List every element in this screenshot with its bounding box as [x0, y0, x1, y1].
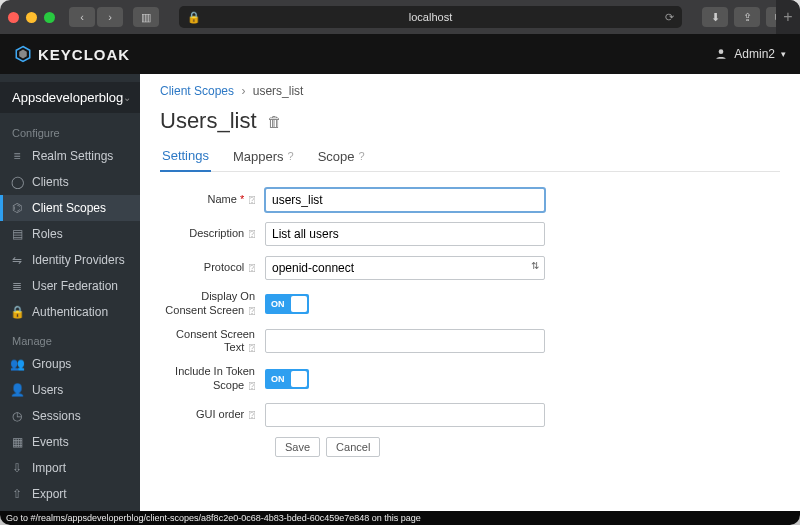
label-gui-order: GUI order — [196, 408, 244, 420]
lock-icon: 🔒 — [10, 305, 24, 319]
clock-icon: ◷ — [10, 409, 24, 423]
sidebar-item-export[interactable]: ⇧Export — [0, 481, 140, 507]
breadcrumb-parent[interactable]: Client Scopes — [160, 84, 234, 98]
protocol-select[interactable] — [265, 256, 545, 280]
delete-icon[interactable]: 🗑 — [267, 113, 282, 130]
database-icon: ≣ — [10, 279, 24, 293]
help-icon[interactable]: ⍰ — [246, 228, 255, 239]
user-name: Admin2 — [734, 47, 775, 61]
sidebar-item-events[interactable]: ▦Events — [0, 429, 140, 455]
help-icon[interactable]: ⍰ — [246, 305, 255, 316]
sidebar-item-identity-providers[interactable]: ⇋Identity Providers — [0, 247, 140, 273]
download-button[interactable]: ⬇ — [702, 7, 728, 27]
consent-text-input[interactable] — [265, 329, 545, 353]
tab-settings[interactable]: Settings — [160, 142, 211, 172]
share-button[interactable]: ⇪ — [734, 7, 760, 27]
keycloak-hex-icon — [14, 45, 32, 63]
lock-icon: 🔒 — [187, 11, 201, 24]
url-host: localhost — [409, 11, 452, 23]
close-window-button[interactable] — [8, 12, 19, 23]
sidebar-item-clients[interactable]: ◯Clients — [0, 169, 140, 195]
include-token-toggle[interactable]: ON — [265, 369, 309, 389]
back-button[interactable]: ‹ — [69, 7, 95, 27]
gui-order-input[interactable] — [265, 403, 545, 427]
sidebar-toggle-button[interactable]: ▥ — [133, 7, 159, 27]
section-configure: Configure — [0, 123, 140, 143]
user-menu[interactable]: Admin2 ▾ — [714, 47, 786, 61]
help-icon[interactable]: ⍰ — [246, 194, 255, 205]
description-input[interactable] — [265, 222, 545, 246]
required-marker: * — [240, 193, 244, 205]
sidebar-item-import[interactable]: ⇩Import — [0, 455, 140, 481]
sidebar-item-client-scopes[interactable]: ⌬Client Scopes — [0, 195, 140, 221]
breadcrumb: Client Scopes › users_list — [160, 84, 780, 98]
sliders-icon: ≡ — [10, 149, 24, 163]
equals-icon: ⇋ — [10, 253, 24, 267]
circle-icon: ◯ — [10, 175, 24, 189]
svg-point-2 — [719, 49, 724, 54]
maximize-window-button[interactable] — [44, 12, 55, 23]
brand-logo[interactable]: KEYCLOAK — [14, 45, 130, 63]
browser-chrome: ‹ › ▥ 🔒 localhost ⟳ ⬇ ⇪ ⧉ + — [0, 0, 800, 34]
reload-icon[interactable]: ⟳ — [665, 11, 674, 24]
save-button[interactable]: Save — [275, 437, 320, 457]
label-display-consent: Display On Consent Screen — [165, 290, 255, 316]
new-tab-button[interactable]: + — [776, 0, 800, 34]
label-protocol: Protocol — [204, 261, 244, 273]
list-icon: ▤ — [10, 227, 24, 241]
tabs: Settings Mappers? Scope? — [160, 142, 780, 172]
sidebar-item-realm-settings[interactable]: ≡Realm Settings — [0, 143, 140, 169]
window-controls — [8, 12, 55, 23]
sidebar-item-roles[interactable]: ▤Roles — [0, 221, 140, 247]
display-consent-toggle[interactable]: ON — [265, 294, 309, 314]
brand-text: KEYCLOAK — [38, 46, 130, 63]
help-icon[interactable]: ⍰ — [246, 380, 255, 391]
label-include-token: Include In Token Scope — [175, 365, 255, 391]
calendar-icon: ▦ — [10, 435, 24, 449]
status-text: Go to #/realms/appsdeveloperblog/client-… — [6, 513, 421, 523]
app-header: KEYCLOAK Admin2 ▾ — [0, 34, 800, 74]
help-icon[interactable]: ? — [288, 150, 294, 162]
realm-name: Appsdeveloperblog — [12, 90, 123, 105]
import-icon: ⇩ — [10, 461, 24, 475]
chevron-down-icon: ⌄ — [123, 92, 131, 103]
sidebar-item-sessions[interactable]: ◷Sessions — [0, 403, 140, 429]
realm-selector[interactable]: Appsdeveloperblog ⌄ — [0, 82, 140, 113]
help-icon[interactable]: ⍰ — [246, 342, 255, 353]
forward-button[interactable]: › — [97, 7, 123, 27]
sidebar-item-users[interactable]: 👤Users — [0, 377, 140, 403]
svg-marker-1 — [19, 50, 27, 59]
group-icon: 👥 — [10, 357, 24, 371]
user-icon: 👤 — [10, 383, 24, 397]
page-title-row: Users_list 🗑 — [160, 108, 780, 134]
label-description: Description — [189, 227, 244, 239]
breadcrumb-current: users_list — [253, 84, 304, 98]
minimize-window-button[interactable] — [26, 12, 37, 23]
sidebar: Appsdeveloperblog ⌄ Configure ≡Realm Set… — [0, 74, 140, 511]
scopes-icon: ⌬ — [10, 201, 24, 215]
label-consent-text: Consent Screen Text — [176, 328, 255, 354]
help-icon[interactable]: ⍰ — [246, 262, 255, 273]
sidebar-item-user-federation[interactable]: ≣User Federation — [0, 273, 140, 299]
url-bar[interactable]: 🔒 localhost ⟳ — [179, 6, 682, 28]
tab-scope[interactable]: Scope? — [316, 142, 367, 171]
help-icon[interactable]: ? — [359, 150, 365, 162]
user-icon — [714, 47, 728, 61]
help-icon[interactable]: ⍰ — [246, 409, 255, 420]
section-manage: Manage — [0, 331, 140, 351]
breadcrumb-separator: › — [241, 84, 245, 98]
export-icon: ⇧ — [10, 487, 24, 501]
tab-mappers[interactable]: Mappers? — [231, 142, 296, 171]
page-title: Users_list — [160, 108, 257, 134]
sidebar-item-groups[interactable]: 👥Groups — [0, 351, 140, 377]
name-input[interactable] — [265, 188, 545, 212]
cancel-button[interactable]: Cancel — [326, 437, 380, 457]
sidebar-item-authentication[interactable]: 🔒Authentication — [0, 299, 140, 325]
main-content: Client Scopes › users_list Users_list 🗑 … — [140, 74, 800, 511]
status-bar: Go to #/realms/appsdeveloperblog/client-… — [0, 511, 800, 525]
label-name: Name — [208, 193, 237, 205]
caret-down-icon: ▾ — [781, 49, 786, 59]
